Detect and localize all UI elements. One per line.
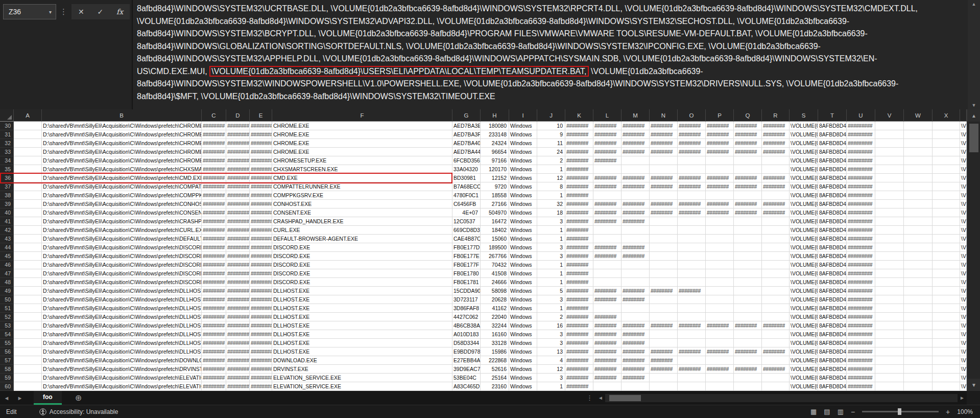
column-header-W[interactable]: W (904, 109, 933, 122)
cell[interactable]: ######## (650, 130, 678, 139)
column-header-V[interactable]: V (875, 109, 904, 122)
cell[interactable]: ######## (226, 304, 250, 313)
cell-path[interactable]: D:\sharedVB\mnt\SillyEli\Acquisition\C\W… (42, 165, 202, 174)
cell-exe-name[interactable]: DLLHOST.EXE (272, 321, 452, 330)
cell[interactable]: ######## (226, 365, 250, 374)
cell[interactable] (706, 217, 734, 226)
cell-run-count[interactable]: 1 (537, 269, 565, 278)
cell[interactable] (650, 278, 678, 287)
cell-exe-name[interactable]: CRASHPAD_HANDLER.EXE (272, 217, 452, 226)
cell-volume[interactable]: \VOLUME{0 (790, 208, 818, 217)
cell-partial[interactable]: \V (960, 347, 967, 356)
cell[interactable] (933, 200, 960, 208)
cell-partial[interactable]: \V (960, 261, 967, 269)
row-header-49[interactable]: 49 (0, 287, 14, 295)
cell[interactable] (904, 156, 933, 165)
cell[interactable]: ######## (565, 191, 593, 200)
cell[interactable] (650, 330, 678, 339)
cell[interactable]: ######## (565, 321, 593, 330)
row-header-44[interactable]: 44 (0, 243, 14, 252)
cell[interactable] (734, 243, 762, 252)
cell[interactable] (904, 365, 933, 374)
cell-volume-serial[interactable]: 8AFBD8D4 (818, 304, 847, 313)
cell[interactable] (933, 130, 960, 139)
zoom-slider[interactable] (862, 411, 939, 412)
cell[interactable] (14, 356, 42, 365)
cell[interactable]: ######## (226, 208, 250, 217)
cell[interactable]: ######## (593, 200, 622, 208)
cell[interactable]: ######## (762, 182, 790, 191)
cell[interactable]: ######## (650, 200, 678, 208)
cell[interactable] (14, 122, 42, 130)
cell-volume[interactable]: \VOLUME{0 (790, 321, 818, 330)
cell-path[interactable]: D:\sharedVB\mnt\SillyEli\Acquisition\C\W… (42, 200, 202, 208)
cell[interactable]: ######## (593, 148, 622, 156)
cell[interactable] (933, 278, 960, 287)
cell-hash[interactable]: A010D183 (452, 330, 481, 339)
cell[interactable]: ######## (226, 313, 250, 321)
cell[interactable]: ######## (202, 330, 226, 339)
cell-volume-serial[interactable]: 8AFBD8D4 (818, 313, 847, 321)
cell[interactable] (678, 226, 706, 235)
cell[interactable]: ######## (706, 174, 734, 182)
cell[interactable]: ######## (678, 148, 706, 156)
cell-size[interactable]: 18558 (481, 191, 509, 200)
cell[interactable]: ######## (734, 365, 762, 374)
cell[interactable]: ######## (565, 330, 593, 339)
cell-run-count[interactable]: 3 (537, 330, 565, 339)
zoom-slider-thumb[interactable] (898, 408, 901, 415)
cell[interactable]: ######## (565, 374, 593, 382)
cell-path[interactable]: D:\sharedVB\mnt\SillyEli\Acquisition\C\W… (42, 148, 202, 156)
formula-scrollbar[interactable]: ▲ ▼ (968, 0, 980, 109)
cell[interactable] (14, 347, 42, 356)
cell-exe-name[interactable]: DISCORD.EXE (272, 243, 452, 252)
row-header-35[interactable]: 35 (0, 165, 14, 174)
cell-size[interactable]: 18402 (481, 226, 509, 235)
scroll-up-icon[interactable]: ▲ (967, 109, 980, 122)
cell-volume[interactable]: \VOLUME{0 (790, 295, 818, 304)
cell-volume[interactable]: \VOLUME{0 (790, 330, 818, 339)
cell-size[interactable]: 233148 (481, 130, 509, 139)
cell[interactable] (706, 382, 734, 391)
cell[interactable]: ######## (622, 252, 650, 261)
tab-splitter-icon[interactable]: ⋮ (583, 394, 596, 402)
cell-hash[interactable]: BD30981 (452, 174, 481, 182)
cell[interactable] (904, 252, 933, 261)
cell[interactable] (875, 217, 904, 226)
cell[interactable] (734, 278, 762, 287)
cell-hash[interactable]: 33A04320 (452, 165, 481, 174)
column-header-K[interactable]: K (565, 109, 593, 122)
cell[interactable] (734, 261, 762, 269)
cell-run-count[interactable]: 1 (537, 261, 565, 269)
cell-run-count[interactable]: 1 (537, 382, 565, 391)
cell[interactable] (762, 330, 790, 339)
cell[interactable] (14, 174, 42, 182)
cell-path[interactable]: D:\sharedVB\mnt\SillyEli\Acquisition\C\W… (42, 122, 202, 130)
cell[interactable]: ######## (250, 347, 272, 356)
cell[interactable]: ######### (847, 139, 875, 148)
column-header-L[interactable]: L (593, 109, 622, 122)
cell-hash[interactable]: A83C465D (452, 382, 481, 391)
cell[interactable]: ######## (202, 243, 226, 252)
cell[interactable] (734, 330, 762, 339)
cell[interactable]: ######## (622, 356, 650, 365)
cell[interactable] (762, 243, 790, 252)
cell-size[interactable]: 15060 (481, 235, 509, 243)
cell[interactable] (904, 200, 933, 208)
cell[interactable]: ######## (565, 252, 593, 261)
cell[interactable]: ######## (593, 330, 622, 339)
cell[interactable]: ######## (565, 130, 593, 139)
cell[interactable] (875, 191, 904, 200)
cell[interactable] (14, 295, 42, 304)
cell[interactable]: ######## (226, 235, 250, 243)
cell[interactable]: ######## (565, 347, 593, 356)
cell-partial[interactable]: \V (960, 191, 967, 200)
cell[interactable]: ######## (762, 208, 790, 217)
cell-volume-serial[interactable]: 8AFBD8D4 (818, 365, 847, 374)
cell[interactable]: ######## (762, 139, 790, 148)
cell-hash[interactable]: 53BE04C (452, 374, 481, 382)
cell-exe-name[interactable]: DEFAULT-BROWSER-AGENT.EXE (272, 235, 452, 243)
cell[interactable]: ######## (734, 122, 762, 130)
cell[interactable]: ######## (622, 208, 650, 217)
column-header-J[interactable]: J (537, 109, 565, 122)
